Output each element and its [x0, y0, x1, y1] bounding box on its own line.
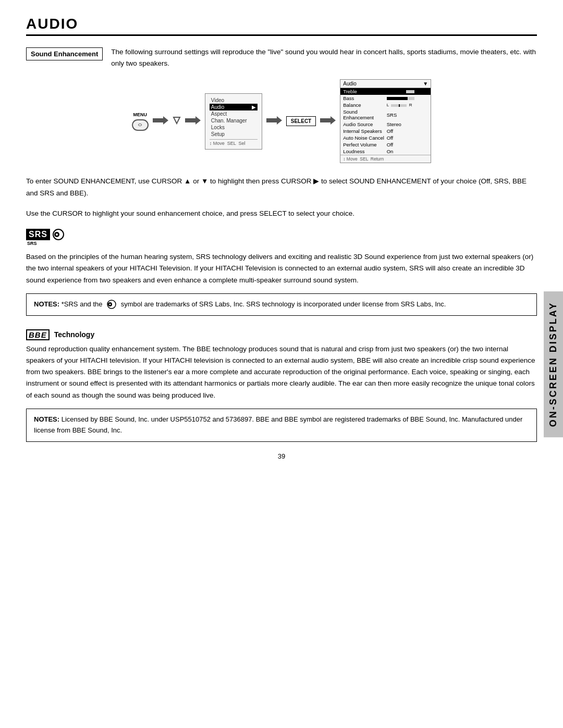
srs-notes-text: *SRS and the: [62, 300, 104, 308]
audio-row-bass: Bass: [340, 95, 431, 102]
audio-row-audio-source: Audio Source Stereo: [340, 121, 431, 128]
audio-row-internal-speakers: Internal Speakers Off: [340, 128, 431, 134]
svg-marker-4: [320, 116, 336, 125]
svg-point-10: [109, 304, 111, 305]
menu-button-icon: ⬭: [132, 119, 149, 131]
arrow-1: [153, 116, 168, 126]
bbe-logo: BBE Technology: [26, 329, 94, 340]
page-number: 39: [26, 452, 537, 460]
audio-row-auto-noise-cancel: Auto Noise Cancel Off: [340, 134, 431, 141]
cursor-instruction-1: To enter SOUND ENHANCEMENT, use CURSOR ▲…: [26, 176, 537, 200]
srs-symbol-icon: [51, 228, 66, 241]
menu-icon-group: MENU ⬭: [132, 112, 149, 131]
menu-item-video: Video: [210, 97, 258, 104]
audio-osd-header: Audio ▼: [340, 80, 431, 88]
menu-item-chan-manager: Chan. Manager: [210, 117, 258, 124]
bbe-body-text: Sound reproduction quality enhancement s…: [26, 343, 537, 401]
menu-label: MENU: [133, 112, 148, 117]
audio-row-balance: Balance L R: [340, 102, 431, 108]
sound-enhancement-description: The following surround settings will rep…: [111, 46, 537, 69]
svg-marker-0: [153, 116, 168, 125]
audio-row-treble: Treble: [340, 88, 431, 95]
svg-marker-1: [174, 117, 180, 124]
audio-osd-footer: ↕ Move SEL Return: [340, 155, 431, 163]
arrow-4: [320, 116, 336, 126]
select-button-diagram: SELECT: [286, 116, 316, 126]
page-header: AUDIO: [26, 16, 537, 36]
side-label: ON-SCREEN DISPLAY: [544, 291, 563, 437]
bbe-notes-text: Licensed by BBE Sound, Inc. under USP551…: [34, 415, 522, 434]
menu-footer: ↕ Move SEL Sel: [210, 139, 258, 146]
bbe-technology-label: Technology: [54, 330, 95, 339]
bbe-text-logo: BBE: [26, 329, 50, 340]
arrow-3: [266, 116, 282, 126]
audio-osd-box: Audio ▼ Treble Bass: [340, 79, 431, 163]
page-title: AUDIO: [26, 16, 537, 32]
audio-row-perfect-volume: Perfect Volume Off: [340, 141, 431, 148]
diagram-area: MENU ⬭ Video Audio ▶ Aspect Chan. Manage…: [26, 79, 537, 163]
menu-item-aspect: Aspect: [210, 110, 258, 117]
srs-sublabel: SRS: [27, 241, 37, 246]
sound-enhancement-section: Sound Enhancement The following surround…: [26, 46, 537, 69]
srs-logo: SRS SRS: [26, 228, 537, 246]
menu-item-locks: Locks: [210, 124, 258, 131]
srs-notes-text-2: symbol are trademarks of SRS Labs, Inc. …: [121, 300, 446, 308]
svg-marker-3: [266, 116, 282, 125]
audio-row-sound-enhancement: Sound Enhancement SRS: [340, 108, 431, 121]
menu-item-audio: Audio ▶: [210, 104, 258, 110]
cursor-instruction-2: Use the CURSOR to highlight your sound e…: [26, 208, 537, 220]
srs-notes-label: NOTES:: [34, 300, 59, 308]
down-triangle-icon: [173, 116, 181, 126]
bbe-notes-label: NOTES:: [34, 415, 59, 423]
srs-body-text: Based on the principles of the human hea…: [26, 251, 537, 286]
menu-osd-box: Video Audio ▶ Aspect Chan. Manager Locks…: [205, 93, 262, 150]
menu-item-setup: Setup: [210, 131, 258, 138]
svg-marker-2: [185, 116, 201, 125]
sound-enhancement-label: Sound Enhancement: [26, 47, 103, 60]
svg-point-7: [56, 233, 58, 236]
arrow-2: [185, 116, 201, 126]
audio-row-loudness: Loudness On: [340, 148, 431, 155]
bbe-notes-box: NOTES: Licensed by BBE Sound, Inc. under…: [26, 409, 537, 442]
srs-notes-box: NOTES: *SRS and the symbol are trademark…: [26, 293, 537, 316]
srs-notes-symbol-icon: [104, 299, 119, 310]
srs-text: SRS: [26, 229, 50, 240]
